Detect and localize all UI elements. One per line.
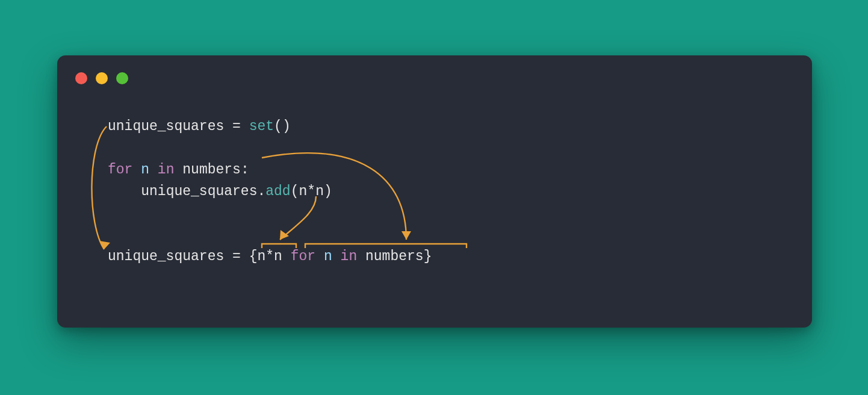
space — [174, 162, 182, 178]
arrow-variable — [91, 126, 107, 249]
stage: unique_squares = set() for n in numbers:… — [0, 0, 868, 395]
operator-star: * — [265, 249, 274, 264]
code-block: unique_squares = set() for n in numbers:… — [108, 116, 432, 267]
keyword-for: for — [291, 249, 315, 264]
parens: () — [274, 119, 291, 134]
colon: : — [241, 162, 249, 178]
expr-n: n — [274, 249, 282, 264]
code-line-4: unique_squares.add(n*n) — [108, 184, 332, 199]
identifier-numbers: numbers — [365, 249, 424, 264]
zoom-icon[interactable] — [116, 72, 128, 84]
dot: . — [257, 184, 265, 199]
code-line-7: unique_squares = {n*n for n in numbers} — [108, 249, 432, 264]
identifier-unique-squares: unique_squares — [141, 184, 257, 199]
space — [149, 162, 158, 178]
space — [282, 249, 291, 264]
expr-n: n — [257, 249, 265, 264]
brace-open: { — [249, 249, 258, 264]
equals-sign: = — [224, 249, 249, 264]
space — [132, 162, 141, 178]
space — [332, 249, 341, 264]
code-line-3: for n in numbers: — [108, 162, 249, 178]
operator-star: * — [307, 184, 315, 199]
space — [315, 249, 324, 264]
brace-close: } — [424, 249, 432, 264]
window-traffic-lights — [75, 72, 128, 84]
identifier-unique-squares: unique_squares — [108, 119, 224, 134]
method-add: add — [265, 184, 290, 199]
arg-n: n — [315, 184, 324, 199]
indent — [108, 184, 141, 199]
equals-sign: = — [224, 119, 249, 134]
identifier-unique-squares: unique_squares — [108, 249, 224, 264]
identifier-numbers: numbers — [182, 162, 241, 178]
close-icon[interactable] — [75, 72, 87, 84]
arg-n: n — [299, 184, 308, 199]
code-line-1: unique_squares = set() — [108, 119, 291, 134]
variable-n: n — [141, 162, 149, 178]
keyword-for: for — [108, 162, 132, 178]
keyword-in: in — [158, 162, 175, 178]
minimize-icon[interactable] — [96, 72, 108, 84]
keyword-in: in — [341, 249, 358, 264]
code-window: unique_squares = set() for n in numbers:… — [57, 55, 812, 328]
space — [357, 249, 365, 264]
function-set: set — [249, 119, 274, 134]
paren-close: ) — [324, 184, 332, 199]
paren-open: ( — [291, 184, 299, 199]
variable-n: n — [324, 249, 332, 264]
